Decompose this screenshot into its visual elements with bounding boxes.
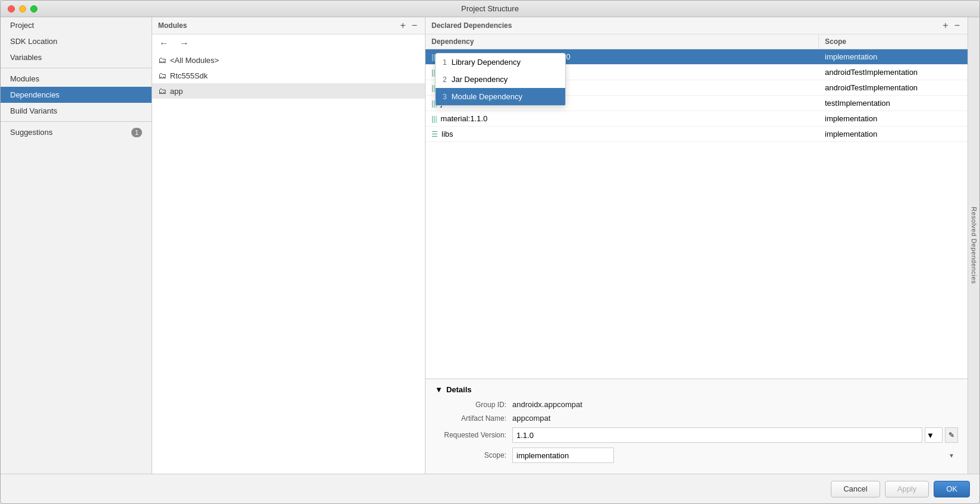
details-collapse-icon[interactable]: ▼ — [435, 385, 443, 394]
folder-icon: 🗂 — [158, 86, 166, 96]
traffic-lights — [8, 5, 37, 12]
deps-add-button[interactable]: + — [941, 21, 950, 30]
add-dependency-dropdown: 1 Library Dependency 2 Jar Dependency 3 … — [435, 53, 566, 106]
sidebar-item-suggestions[interactable]: Suggestions 1 — [1, 124, 152, 141]
back-button[interactable]: ← — [157, 37, 171, 50]
dep-icon: ||| — [431, 115, 437, 123]
sidebar-item-sdk-location[interactable]: SDK Location — [1, 33, 152, 49]
artifact-value: appcompat — [512, 414, 550, 423]
project-structure-window: Project Structure Project SDK Location V… — [0, 0, 980, 504]
details-panel: ▼ Details Group ID: androidx.appcompat A… — [426, 379, 968, 474]
nav-buttons: ← → — [152, 34, 425, 52]
sidebar-divider-1 — [1, 68, 152, 68]
details-header: ▼ Details — [435, 385, 958, 394]
sidebar: Project SDK Location Variables Modules D… — [1, 17, 152, 474]
version-label: Requested Version: — [435, 431, 512, 439]
deps-panel-title: Declared Dependencies — [431, 21, 512, 30]
scope-label: Scope: — [435, 451, 512, 459]
dependencies-panel: Declared Dependencies + − 1 Library Depe… — [426, 17, 968, 474]
scope-dropdown-arrow: ▼ — [949, 452, 954, 459]
main-content: Project SDK Location Variables Modules D… — [1, 17, 979, 474]
modules-panel-title: Modules — [158, 21, 187, 30]
modules-panel: Modules + − ← → 🗂 <All Modules> 🗂 Rtc555… — [152, 17, 426, 474]
dropdown-item-library[interactable]: 1 Library Dependency — [436, 53, 565, 71]
module-item-rtc555sdk[interactable]: 🗂 Rtc555Sdk — [152, 68, 425, 83]
scope-select-wrap: implementation testImplementation androi… — [512, 448, 958, 463]
deps-remove-button[interactable]: − — [953, 21, 962, 30]
artifact-label: Artifact Name: — [435, 414, 512, 423]
group-id-label: Group ID: — [435, 401, 512, 409]
modules-remove-button[interactable]: − — [410, 21, 419, 30]
dep-row-libs[interactable]: ☰ libs implementation — [426, 127, 968, 142]
bottom-bar: Cancel Apply OK — [1, 474, 979, 503]
dep-row-material[interactable]: ||| material:1.1.0 implementation — [426, 111, 968, 127]
version-dropdown-wrap: ▼ — [925, 427, 943, 443]
modules-list: 🗂 <All Modules> 🗂 Rtc555Sdk 🗂 app — [152, 52, 425, 474]
version-input[interactable] — [512, 427, 922, 443]
scope-dropdown[interactable]: implementation testImplementation androi… — [512, 448, 614, 463]
details-scope-row: Scope: implementation testImplementation… — [435, 448, 958, 463]
sidebar-item-project[interactable]: Project — [1, 17, 152, 33]
sidebar-item-build-variants[interactable]: Build Variants — [1, 103, 152, 119]
forward-button[interactable]: → — [177, 37, 191, 50]
dropdown-item-module[interactable]: 3 Module Dependency — [436, 88, 565, 105]
col-dep-header: Dependency — [426, 34, 819, 49]
modules-toolbar: + − — [398, 21, 419, 30]
version-edit-button[interactable]: ✎ — [945, 427, 958, 443]
folder-icon: 🗂 — [158, 71, 166, 80]
minimize-button[interactable] — [19, 5, 26, 12]
dropdown-item-jar[interactable]: 2 Jar Dependency — [436, 71, 565, 88]
deps-toolbar: + − — [941, 21, 962, 30]
sidebar-item-modules[interactable]: Modules — [1, 71, 152, 87]
folder-icon: 🗂 — [158, 55, 166, 65]
modules-panel-header: Modules + − — [152, 17, 425, 34]
window-title: Project Structure — [461, 4, 519, 13]
deps-table-header: Dependency Scope — [426, 34, 968, 49]
resolved-dependencies-tab[interactable]: Resolved Dependencies — [968, 17, 979, 474]
maximize-button[interactable] — [30, 5, 37, 12]
col-scope-header: Scope — [819, 34, 968, 49]
ok-button[interactable]: OK — [934, 481, 970, 497]
deps-panel-header: Declared Dependencies + − — [426, 17, 968, 34]
suggestions-badge: 1 — [131, 128, 142, 137]
title-bar: Project Structure — [1, 1, 979, 17]
close-button[interactable] — [8, 5, 15, 12]
apply-button[interactable]: Apply — [885, 481, 929, 497]
dep-icon: ☰ — [431, 130, 438, 138]
details-group-id-row: Group ID: androidx.appcompat — [435, 400, 958, 409]
sidebar-item-variables[interactable]: Variables — [1, 49, 152, 65]
scope-dropdown-wrap: implementation testImplementation androi… — [512, 448, 958, 463]
details-title: Details — [446, 385, 472, 394]
cancel-button[interactable]: Cancel — [831, 481, 880, 497]
version-dropdown[interactable]: ▼ — [925, 427, 943, 443]
module-item-app[interactable]: 🗂 app — [152, 83, 425, 99]
sidebar-item-dependencies[interactable]: Dependencies — [1, 87, 152, 103]
details-artifact-row: Artifact Name: appcompat — [435, 414, 958, 423]
module-item-all[interactable]: 🗂 <All Modules> — [152, 52, 425, 68]
sidebar-divider-2 — [1, 121, 152, 122]
details-version-row: Requested Version: ▼ ✎ — [435, 427, 958, 443]
modules-add-button[interactable]: + — [398, 21, 407, 30]
group-id-value: androidx.appcompat — [512, 400, 582, 409]
version-input-wrap: ▼ ✎ — [512, 427, 958, 443]
